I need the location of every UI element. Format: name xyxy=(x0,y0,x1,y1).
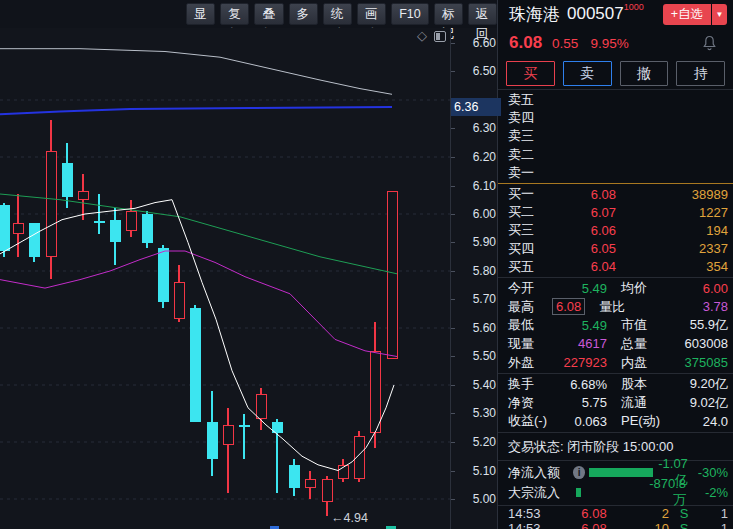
level-price: 6.08 xyxy=(554,187,616,202)
candle-body[interactable] xyxy=(223,425,234,445)
toolbar-button[interactable]: 叠加 xyxy=(254,3,283,25)
axis-tick xyxy=(451,471,455,472)
sell-level-row[interactable]: 卖二 xyxy=(508,146,728,164)
toolbar-button[interactable]: 显示 xyxy=(186,3,215,25)
candle-body[interactable] xyxy=(94,221,105,223)
candle-body[interactable] xyxy=(239,425,250,427)
alert-bell-icon[interactable] xyxy=(702,35,717,51)
candle-body[interactable] xyxy=(174,282,185,319)
toolbar-button[interactable]: 返回 xyxy=(468,3,497,25)
candle-body[interactable] xyxy=(256,394,267,420)
buy-level-row[interactable]: 买一6.0838989 xyxy=(508,185,728,203)
level-label: 买三 xyxy=(508,221,554,239)
flow-pct: -2% xyxy=(686,485,728,500)
toolbar-button[interactable]: 画线 xyxy=(357,3,386,25)
stat-value: 0.063 xyxy=(552,414,607,429)
axis-label: 5.40 xyxy=(473,378,496,392)
stat-value: 5.75 xyxy=(552,395,607,410)
stat-value: 227923 xyxy=(552,355,607,370)
buy-level-row[interactable]: 买二6.071227 xyxy=(508,203,728,221)
flow-row: 净流入额i-1.07亿-30% xyxy=(508,463,728,483)
toolbar-button[interactable]: 复权 xyxy=(220,3,249,25)
toolbar-button[interactable]: F10 xyxy=(391,3,429,25)
candle-wick xyxy=(98,194,100,234)
candle-body[interactable] xyxy=(305,479,316,488)
toolbar-button[interactable]: 多股 xyxy=(289,3,318,25)
candle-body[interactable] xyxy=(62,163,73,197)
tick-row[interactable]: 14:536.082S1 xyxy=(508,507,728,522)
buy-level-row[interactable]: 买四6.052337 xyxy=(508,240,728,258)
stat-value: 55.9亿 xyxy=(673,316,728,334)
axis-tick xyxy=(451,299,455,300)
stat-row: 最高6.08量比3.78 xyxy=(508,297,728,316)
candle-body[interactable] xyxy=(207,422,218,459)
candle-body[interactable] xyxy=(29,223,40,257)
candle-body[interactable] xyxy=(190,308,201,422)
candle-body[interactable] xyxy=(370,351,381,434)
candle-body[interactable] xyxy=(110,220,121,243)
candle-body[interactable] xyxy=(272,422,283,433)
sell-level-row[interactable]: 卖四 xyxy=(508,109,728,127)
stat-label: PE(动) xyxy=(621,412,673,430)
tick-qty: 2 xyxy=(624,506,669,521)
stat-value: 6.08 xyxy=(552,298,585,315)
stat-label: 流通 xyxy=(621,394,673,412)
tick-price: 6.08 xyxy=(564,506,624,521)
candle-body[interactable] xyxy=(78,191,89,200)
candle-body[interactable] xyxy=(289,465,300,488)
toolbar-button[interactable]: 统计 xyxy=(323,3,352,25)
level-volume: 194 xyxy=(616,223,728,238)
buy-level-row[interactable]: 买五6.04354 xyxy=(508,258,728,276)
sell-level-row[interactable]: 卖五 xyxy=(508,91,728,109)
flow-value: -870.8万 xyxy=(648,476,686,509)
buy-level-row[interactable]: 买三6.06194 xyxy=(508,221,728,239)
stat-label: 最低 xyxy=(508,316,552,334)
axis-tick xyxy=(451,499,455,500)
axis-tick xyxy=(451,242,455,243)
action-button-buy[interactable]: 买 xyxy=(506,61,555,86)
candle-body[interactable] xyxy=(0,205,10,251)
stat-label: 现量 xyxy=(508,335,552,353)
axis-label: 5.80 xyxy=(473,264,496,278)
axis-label: 5.60 xyxy=(473,321,496,335)
quote-row: 6.08 0.55 9.95% xyxy=(498,28,733,58)
axis-label: 5.90 xyxy=(473,235,496,249)
diamond-icon[interactable]: ◇ xyxy=(417,29,427,42)
sell-level-row[interactable]: 卖三 xyxy=(508,127,728,145)
panel-toggle-icon[interactable] xyxy=(434,31,446,42)
axis-tick xyxy=(451,157,455,158)
tick-qty: 10 xyxy=(624,521,669,529)
add-to-watchlist-button[interactable]: +自选 ▼ xyxy=(663,4,727,25)
candlestick-chart[interactable]: ←4.94 ◇ xyxy=(0,28,450,529)
tick-row[interactable]: 14:536.0810S1 xyxy=(508,521,728,529)
action-button-plain[interactable]: 撤 xyxy=(620,61,669,86)
level-label: 卖二 xyxy=(508,146,554,164)
candle-body[interactable] xyxy=(13,223,24,234)
candle-body[interactable] xyxy=(46,151,57,257)
level-label: 卖四 xyxy=(508,109,554,127)
candle-body[interactable] xyxy=(126,211,137,231)
candle-body[interactable] xyxy=(387,191,398,359)
axis-label: 6.10 xyxy=(473,179,496,193)
add-to-watchlist-label[interactable]: +自选 xyxy=(663,4,711,25)
info-icon[interactable]: i xyxy=(573,466,585,479)
action-button-plain[interactable]: 持 xyxy=(676,61,725,86)
candle-body[interactable] xyxy=(322,479,333,502)
candle-body[interactable] xyxy=(354,436,365,479)
flow-pct: -30% xyxy=(688,465,728,480)
chevron-down-icon[interactable]: ▼ xyxy=(712,4,727,25)
axis-tick xyxy=(451,328,455,329)
candle-body[interactable] xyxy=(338,465,349,479)
tick-list: 14:536.082S114:536.0810S1 xyxy=(498,506,733,529)
candle-body[interactable] xyxy=(158,248,169,302)
sell-level-row[interactable]: 卖一 xyxy=(508,164,728,182)
axis-tick xyxy=(451,214,455,215)
action-button-sell[interactable]: 卖 xyxy=(563,61,612,86)
quote-panel: 珠海港 0005071000 +自选 ▼ 6.08 0.55 9.95% 买卖撤… xyxy=(497,0,733,529)
low-annotation: ←4.94 xyxy=(331,511,368,525)
candle-body[interactable] xyxy=(142,214,153,243)
top-toolbar: 显示复权叠加多股统计画线F10标记返回 xyxy=(0,0,497,28)
tick-count: 1 xyxy=(699,521,728,529)
toolbar-button[interactable]: 标记 xyxy=(434,3,463,25)
stat-label: 净资 xyxy=(508,394,552,412)
